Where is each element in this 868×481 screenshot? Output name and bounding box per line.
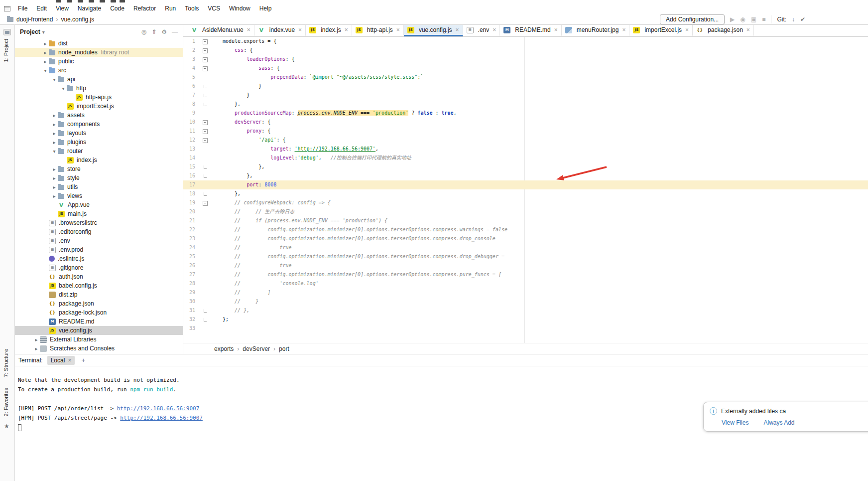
close-icon[interactable]: × [746, 26, 750, 33]
code-line-32[interactable]: 32}; [183, 315, 868, 324]
menu-view[interactable]: View [51, 3, 73, 14]
chevron-right-icon[interactable]: ▸ [51, 175, 58, 181]
tree-item-node-modules[interactable]: ▸node_moduleslibrary root [15, 48, 183, 57]
chevron-down-icon[interactable]: ▾ [42, 68, 49, 73]
menu-navigate[interactable]: Navigate [73, 3, 106, 14]
tree-item-http-api-js[interactable]: JShttp-api.js [15, 93, 183, 102]
code-line-5[interactable]: 5 prependData: `@import "~@/assets/scss/… [183, 73, 868, 82]
close-icon[interactable]: × [493, 26, 496, 33]
tree-item-utils[interactable]: ▸utils [15, 182, 183, 191]
editor-tab-env[interactable]: ≡.env× [463, 25, 500, 36]
tree-item-api[interactable]: ▾api [15, 75, 183, 84]
tree-item-store[interactable]: ▸store [15, 164, 183, 173]
stripe-structure-label[interactable]: 7: Structure [3, 349, 9, 377]
chevron-right-icon[interactable]: ▸ [42, 59, 49, 64]
code-line-12[interactable]: 12 '/api': { [183, 136, 868, 145]
code-line-7[interactable]: 7 } [183, 91, 868, 100]
code-line-30[interactable]: 30 // } [183, 297, 868, 306]
tree-item-gitignore[interactable]: ≡.gitignore [15, 263, 183, 272]
editor-tab-menurouter-jpg[interactable]: menuRouter.jpg× [562, 25, 630, 36]
fold-icon[interactable] [198, 55, 212, 64]
close-icon[interactable]: × [247, 26, 250, 33]
menu-vcs[interactable]: VCS [203, 3, 225, 14]
code-editor[interactable]: 1module.exports = {2 css: {3 loaderOptio… [183, 37, 868, 343]
code-line-20[interactable]: 20 // // 生产去除日志 [183, 207, 868, 216]
terminal-tab-local[interactable]: Local × [47, 356, 75, 365]
stripe-favorites-label[interactable]: 2: Favorites [3, 388, 9, 416]
code-line-28[interactable]: 28 // 'console.log' [183, 279, 868, 288]
code-line-14[interactable]: 14 logLevel:'debug', //控制台终端打印代理前的真实地址 [183, 154, 868, 162]
close-icon[interactable]: × [456, 26, 459, 33]
tree-item-dist-zip[interactable]: dist.zip [15, 290, 183, 299]
tree-item-importexcel-js[interactable]: JSimportExcel.js [15, 102, 183, 111]
fold-icon[interactable] [198, 136, 212, 145]
tree-item-package-lock-json[interactable]: {}package-lock.json [15, 308, 183, 317]
editor-tab-index-vue[interactable]: Vindex.vue× [254, 25, 306, 36]
fold-icon[interactable] [198, 189, 212, 198]
chevron-down-icon[interactable]: ▾ [51, 149, 58, 154]
code-line-3[interactable]: 3 loaderOptions: { [183, 55, 868, 64]
breadcrumb-item-vue-config-js[interactable]: vue.config.js [61, 16, 94, 23]
tree-item-eslintrc-js[interactable]: .eslintrc.js [15, 254, 183, 263]
tree-item-src[interactable]: ▾src [15, 66, 183, 75]
tree-item-auth-json[interactable]: {}auth.json [15, 272, 183, 281]
tree-item-app-vue[interactable]: VApp.vue [15, 200, 183, 209]
close-icon[interactable]: × [68, 357, 71, 364]
settings-gear-icon[interactable]: ⚙ [161, 28, 167, 35]
code-line-21[interactable]: 21 // if (process.env.NODE_ENV === 'prod… [183, 216, 868, 225]
project-tool-window-icon[interactable] [3, 29, 11, 35]
code-line-16[interactable]: 16 }, [183, 171, 868, 180]
code-line-22[interactable]: 22 // config.optimization.minimizer[0].o… [183, 225, 868, 234]
fold-icon[interactable] [198, 198, 212, 207]
code-line-1[interactable]: 1module.exports = { [183, 37, 868, 46]
code-line-2[interactable]: 2 css: { [183, 46, 868, 55]
code-line-11[interactable]: 11 proxy: { [183, 127, 868, 136]
tree-item-public[interactable]: ▸public [15, 57, 183, 66]
editor-tab-http-api-js[interactable]: JShttp-api.js× [352, 25, 404, 36]
code-line-9[interactable]: 9 productionSourceMap: process.env.NODE_… [183, 109, 868, 118]
chevron-right-icon[interactable]: ▸ [51, 131, 58, 136]
chevron-right-icon[interactable]: ▸ [42, 50, 49, 55]
fold-icon[interactable] [198, 64, 212, 73]
tree-item-readme-md[interactable]: MREADME.md [15, 317, 183, 326]
chevron-right-icon[interactable]: ▸ [33, 346, 40, 351]
fold-icon[interactable] [198, 306, 212, 315]
fold-icon[interactable] [198, 46, 212, 55]
code-line-8[interactable]: 8 }, [183, 100, 868, 109]
code-line-25[interactable]: 25 // config.optimization.minimizer[0].o… [183, 252, 868, 261]
editor-tab-vue-config-js[interactable]: JSvue.config.js× [404, 25, 463, 36]
tree-item-layouts[interactable]: ▸layouts [15, 129, 183, 138]
run-icon[interactable]: ▶ [730, 16, 735, 23]
menu-code[interactable]: Code [106, 3, 129, 14]
chevron-down-icon[interactable]: ▾ [60, 86, 67, 91]
favorites-star-icon[interactable]: ★ [4, 423, 9, 430]
view-files-link[interactable]: View Files [722, 419, 748, 426]
terminal-link[interactable]: http://192.168.66.56:9007 [120, 415, 203, 421]
code-line-23[interactable]: 23 // config.optimization.minimizer[0].o… [183, 234, 868, 243]
fold-icon[interactable] [198, 82, 212, 91]
editor-breadcrumb-exports[interactable]: exports [214, 345, 234, 352]
fold-icon[interactable] [198, 127, 212, 136]
code-line-17[interactable]: 17 port: 8008 [183, 180, 868, 189]
code-line-18[interactable]: 18 }, [183, 189, 868, 198]
menu-run[interactable]: Run [160, 3, 180, 14]
code-line-29[interactable]: 29 // ] [183, 288, 868, 297]
tree-item-assets[interactable]: ▸assets [15, 111, 183, 120]
editor-tab-asidemenu-vue[interactable]: VAsideMenu.vue× [187, 25, 254, 36]
close-icon[interactable]: × [298, 26, 302, 33]
fold-icon[interactable] [198, 162, 212, 171]
menu-edit[interactable]: Edit [32, 3, 51, 14]
code-line-31[interactable]: 31 // }, [183, 306, 868, 315]
editor-tab-readme-md[interactable]: MREADME.md× [500, 25, 561, 36]
menu-file[interactable]: File [13, 3, 32, 14]
code-line-4[interactable]: 4 sass: { [183, 64, 868, 73]
tree-item-plugins[interactable]: ▸plugins [15, 138, 183, 147]
editor-tab-importexcel-js[interactable]: JSimportExcel.js× [629, 25, 693, 36]
close-icon[interactable]: × [622, 26, 625, 33]
terminal-link[interactable]: http://192.168.66.56:9007 [117, 405, 200, 412]
tree-item-scratches-and-consoles[interactable]: ▸Scratches and Consoles [15, 344, 183, 353]
tree-item-dist[interactable]: ▸dist [15, 39, 183, 48]
editor-breadcrumb-devserver[interactable]: devServer [243, 345, 270, 352]
chevron-down-icon[interactable]: ▾ [42, 29, 45, 35]
close-icon[interactable]: × [554, 26, 558, 33]
